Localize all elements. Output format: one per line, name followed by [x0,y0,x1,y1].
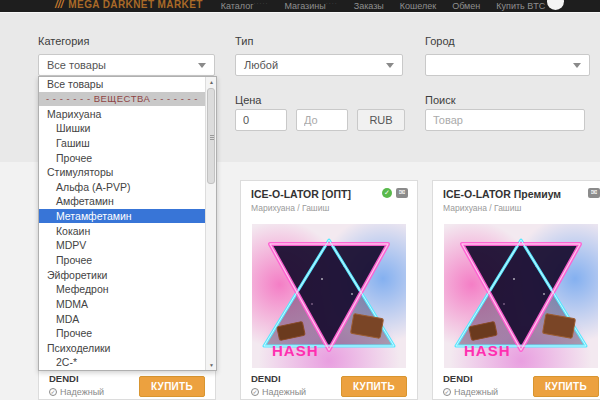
dropdown-item[interactable]: Шишки [39,121,205,136]
price-to-input[interactable] [296,109,348,131]
top-nav-link[interactable]: Кошелек [400,1,436,11]
product-image[interactable]: HASH [252,224,406,368]
dropdown-item[interactable]: MDMA [39,297,205,312]
dropdown-item[interactable]: 2C-* [39,355,205,370]
dropdown-item[interactable]: MDA [39,311,205,326]
chevron-down-icon [386,63,394,68]
chevron-down-icon [198,63,206,68]
envelope-icon[interactable]: ✉ [588,188,600,198]
dropdown-item[interactable]: Альфа (A-PVP) [39,179,205,194]
logo-icon: /// [55,0,63,10]
product-card-footer: DENDI ✓ Надежный КУПИТЬ [49,373,205,397]
envelope-icon[interactable]: ✉ [396,188,408,198]
type-label: Тип [235,35,253,47]
verified-check-icon: ✓ [382,188,392,198]
product-card-header: ICE-O-LATOR Премиум Марихуана / Гашиш ✓ … [433,181,600,213]
dropdown-item[interactable]: Мефедрон [39,282,205,297]
dropdown-item[interactable]: Гашиш [39,136,205,151]
price-label: Цена [235,94,261,106]
brand-title[interactable]: MEGA DARKNET MARKET [68,0,202,10]
dropdown-item[interactable]: Прочее [39,253,205,268]
product-category: Марихуана / Гашиш [251,203,407,213]
product-card: ICE-O-LATOR [ОПТ] Марихуана / Гашиш ✓ ✉ … [240,180,418,400]
category-dropdown-list: Все товары- - - - - - - ВЕЩЕСТВА - - - -… [38,76,217,371]
top-nav-link[interactable]: Магазины···· [285,1,338,11]
type-select[interactable]: Любой [235,54,403,76]
dropdown-item[interactable]: Эйфоретики [39,267,205,282]
scroll-up-icon[interactable]: ▲ [206,77,217,87]
trusted-icon: ✓ [443,388,451,396]
trusted-icon: ✓ [251,388,259,396]
product-card-footer: DENDI ✓ Надежный КУПИТЬ [251,373,407,397]
top-nav-link[interactable]: Обмен [452,1,480,11]
category-options: Все товары- - - - - - - ВЕЩЕСТВА - - - -… [39,77,205,370]
svg-text:HASH: HASH [272,342,319,359]
category-select-value: Все товары [47,59,106,71]
dropdown-item[interactable]: Психоделики [39,341,205,356]
top-nav-links: Каталог·····Магазины····ЗаказыКошелекОбм… [221,0,561,12]
dropdown-scrollbar[interactable]: ▲ ▼ [205,77,216,370]
dropdown-item[interactable]: Прочее [39,150,205,165]
top-nav-link[interactable]: Каталог····· [221,1,269,11]
city-select[interactable] [425,54,590,76]
product-image[interactable]: HASH [444,224,598,368]
top-navigation-bar: /// MEGA DARKNET MARKET Каталог·····Мага… [0,0,600,12]
city-label: Город [425,35,455,47]
product-card: ICE-O-LATOR Премиум Марихуана / Гашиш ✓ … [432,180,600,400]
buy-button[interactable]: КУПИТЬ [533,376,599,397]
product-title[interactable]: ICE-O-LATOR [ОПТ] [251,188,381,200]
dropdown-item[interactable]: - - - - - - - ВЕЩЕСТВА - - - - - - - [39,92,205,107]
top-nav-link[interactable]: Купить BTC [496,1,545,11]
category-select[interactable]: Все товары [38,54,215,76]
product-title[interactable]: ICE-O-LATOR Премиум [443,188,573,200]
nav-counter: ···· [326,0,338,6]
dropdown-item[interactable]: Марихуана [39,106,205,121]
dropdown-item[interactable]: MDPV [39,238,205,253]
buy-button[interactable]: КУПИТЬ [139,376,205,397]
neon-triangle-artwork: HASH [444,224,598,368]
price-from-input[interactable] [235,109,287,131]
dropdown-item[interactable]: Кокаин [39,223,205,238]
dropdown-item[interactable]: Все товары [39,77,205,92]
product-card-footer: DENDI ✓ Надежный КУПИТЬ [443,373,599,397]
dropdown-item[interactable]: Стимуляторы [39,165,205,180]
scrollbar-thumb[interactable] [207,88,215,184]
search-input[interactable] [425,109,585,131]
scroll-down-icon[interactable]: ▼ [206,360,217,370]
currency-select[interactable]: RUB [357,109,405,131]
top-nav-link[interactable]: Заказы [354,1,384,11]
product-category: Марихуана / Гашиш [443,203,599,213]
category-label: Категория [38,35,89,47]
search-label: Поиск [425,94,455,106]
page: /// MEGA DARKNET MARKET Каталог·····Мага… [0,0,600,400]
trusted-icon: ✓ [49,388,57,396]
dropdown-item[interactable]: Амфетамин [39,194,205,209]
svg-text:HASH: HASH [464,342,511,359]
type-select-value: Любой [244,59,278,71]
buy-button[interactable]: КУПИТЬ [341,376,407,397]
product-card-header: ICE-O-LATOR [ОПТ] Марихуана / Гашиш ✓ ✉ [241,181,417,213]
dropdown-item[interactable]: Прочее [39,326,205,341]
dropdown-item[interactable]: Метамфетамин [39,209,205,224]
neon-triangle-artwork: HASH [252,224,406,368]
chevron-down-icon [573,63,581,68]
nav-counter: ····· [254,0,269,6]
